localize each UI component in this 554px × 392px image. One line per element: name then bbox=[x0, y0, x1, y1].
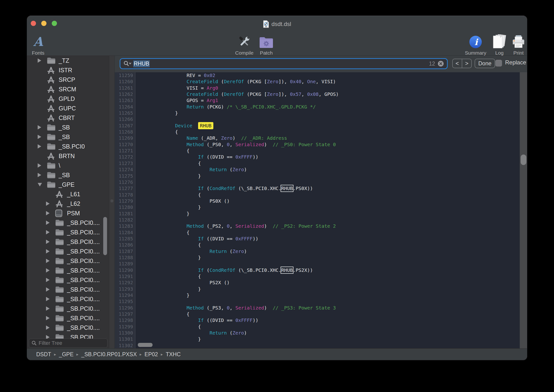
tree-item[interactable]: _SB.PCI0.... bbox=[27, 218, 109, 227]
fonts-button[interactable]: A Fonts bbox=[27, 34, 55, 56]
done-button[interactable]: Done bbox=[475, 59, 495, 68]
code-token: .PS0X)) bbox=[293, 186, 313, 191]
breadcrumb-item[interactable]: _GPE bbox=[59, 351, 73, 358]
tree-item[interactable]: _SB bbox=[27, 123, 109, 132]
tree-item[interactable]: _SB.PCI0.... bbox=[27, 246, 109, 256]
find-previous-button[interactable]: < bbox=[453, 59, 462, 68]
tree-item[interactable]: PSM bbox=[27, 208, 109, 218]
code-area[interactable]: 1125911260112611126211263112641126511266… bbox=[115, 72, 527, 348]
code-token: } bbox=[141, 286, 201, 292]
breadcrumb-item[interactable]: TXHC bbox=[166, 351, 181, 358]
tree-item-label: _SB.PCI0.... bbox=[67, 296, 100, 303]
tree-item[interactable]: _SB.PCI0.... bbox=[27, 237, 109, 246]
tree-item[interactable]: _SB.PCI0.... bbox=[27, 313, 109, 323]
vertical-scrollbar-thumb[interactable] bbox=[521, 154, 526, 165]
code-token: VISI = bbox=[141, 85, 207, 91]
code-token: (\_SB.PCI0.XHC. bbox=[235, 186, 281, 191]
tree-item[interactable]: _SB bbox=[27, 132, 109, 142]
vertical-scrollbar-track[interactable] bbox=[520, 72, 527, 348]
disclosure-right-icon[interactable] bbox=[46, 287, 49, 292]
disclosure-right-icon[interactable] bbox=[46, 202, 49, 206]
disclosure-right-icon[interactable] bbox=[38, 173, 41, 177]
disclosure-right-icon[interactable] bbox=[46, 268, 49, 273]
tree-item[interactable]: GPLD bbox=[27, 94, 109, 104]
disclosure-down-icon[interactable] bbox=[38, 183, 42, 186]
tree-item[interactable]: _SB.PCI0.... bbox=[27, 285, 109, 294]
tree-item[interactable]: _SB.PCI0.... bbox=[27, 275, 109, 285]
sidebar-scrollbar-thumb[interactable] bbox=[103, 217, 107, 255]
code-token: Zero bbox=[232, 330, 244, 336]
line-number: 11287 bbox=[115, 248, 135, 254]
tree-item[interactable]: CBRT bbox=[27, 113, 109, 123]
tree-item[interactable]: _SB.PCI0.... bbox=[27, 256, 109, 266]
disclosure-right-icon[interactable] bbox=[38, 135, 41, 139]
find-input[interactable]: RHUB 12 bbox=[120, 58, 448, 69]
disclosure-right-icon[interactable] bbox=[46, 230, 49, 234]
tree-item[interactable]: \ bbox=[27, 161, 109, 170]
tree-item-label: _SB.PCI0.... bbox=[67, 324, 100, 331]
breadcrumb: DSDT▸_GPE▸_SB.PCI0.RP01.PXSX▸EP02▸TXHC bbox=[27, 348, 527, 360]
tree-item[interactable]: _SB.PCI0.... bbox=[27, 266, 109, 275]
print-button[interactable]: Print bbox=[502, 34, 527, 56]
tree-item[interactable]: _TZ bbox=[27, 56, 109, 65]
disclosure-right-icon[interactable] bbox=[46, 240, 49, 244]
tree-item-label: _SB bbox=[59, 124, 70, 131]
method-icon bbox=[47, 114, 56, 122]
tree-item[interactable]: _SB.PCI0.... bbox=[27, 227, 109, 237]
code-token: , bbox=[229, 142, 235, 147]
tree-item[interactable]: _L61 bbox=[27, 189, 109, 199]
tree-item-label: _L62 bbox=[67, 200, 80, 207]
disclosure-right-icon[interactable] bbox=[46, 211, 49, 215]
method-icon bbox=[47, 66, 56, 74]
search-menu-icon[interactable] bbox=[123, 61, 131, 67]
disclosure-right-icon[interactable] bbox=[46, 316, 49, 320]
replace-checkbox[interactable] bbox=[495, 60, 502, 67]
disclosure-right-icon[interactable] bbox=[46, 278, 49, 282]
disclosure-right-icon[interactable] bbox=[46, 306, 49, 311]
disclosure-right-icon[interactable] bbox=[46, 325, 49, 330]
disclosure-right-icon[interactable] bbox=[46, 249, 49, 253]
tree-item[interactable]: GUPC bbox=[27, 104, 109, 113]
splitter-handle-icon bbox=[110, 199, 113, 203]
tree-item[interactable]: _SB.PCI0.... bbox=[27, 304, 109, 313]
folder-icon bbox=[55, 323, 64, 332]
clear-search-icon[interactable] bbox=[437, 60, 444, 67]
line-number: 11276 bbox=[115, 179, 135, 185]
code-token: ) bbox=[232, 135, 241, 141]
tree-item[interactable]: _SB bbox=[27, 170, 109, 180]
breadcrumb-item[interactable]: _SB.PCI0.RP01.PXSX bbox=[81, 351, 137, 358]
code-token: 0xFFFF bbox=[235, 317, 252, 323]
disclosure-right-icon[interactable] bbox=[38, 125, 41, 129]
line-number: 11259 bbox=[115, 72, 135, 78]
disclosure-right-icon[interactable] bbox=[46, 297, 49, 301]
line-number: 11286 bbox=[115, 242, 135, 248]
disclosure-right-icon[interactable] bbox=[38, 163, 41, 168]
pane-splitter[interactable] bbox=[109, 56, 115, 348]
disclosure-right-icon[interactable] bbox=[46, 259, 49, 263]
code-token: Zero bbox=[221, 135, 232, 141]
tree-item[interactable]: _GPE bbox=[27, 180, 109, 189]
tree-item[interactable]: SRCP bbox=[27, 75, 109, 84]
code-token: /* \_SB_.PCI0.XHC_.GPLD.PCKG */ bbox=[227, 104, 316, 110]
tree-item[interactable]: _SB.PCI0 bbox=[27, 142, 109, 151]
patch-button[interactable]: Patch bbox=[249, 34, 283, 56]
breadcrumb-item[interactable]: DSDT bbox=[36, 351, 51, 358]
tree-item[interactable]: ISTR bbox=[27, 65, 109, 75]
find-next-button[interactable]: > bbox=[462, 59, 471, 68]
disclosure-right-icon[interactable] bbox=[46, 221, 49, 225]
tree-item[interactable]: BRTN bbox=[27, 151, 109, 161]
find-match-count: 12 bbox=[429, 61, 435, 67]
filter-tree-input[interactable]: Filter Tree bbox=[29, 339, 108, 348]
code-line bbox=[141, 179, 520, 185]
tree-item[interactable]: _SB.PCI0.... bbox=[27, 323, 109, 332]
tree-item[interactable]: SRCM bbox=[27, 84, 109, 94]
tree-item[interactable]: _SB.PCI0.... bbox=[27, 294, 109, 304]
tree-item[interactable]: _L62 bbox=[27, 199, 109, 208]
breadcrumb-item[interactable]: EP02 bbox=[145, 351, 158, 358]
method-icon bbox=[55, 190, 64, 198]
disclosure-right-icon[interactable] bbox=[38, 144, 41, 148]
horizontal-scrollbar-thumb[interactable] bbox=[138, 343, 152, 347]
code-token: DerefOf bbox=[224, 91, 244, 97]
code-token: // _ADR: Address bbox=[241, 135, 287, 141]
disclosure-right-icon[interactable] bbox=[38, 58, 41, 63]
